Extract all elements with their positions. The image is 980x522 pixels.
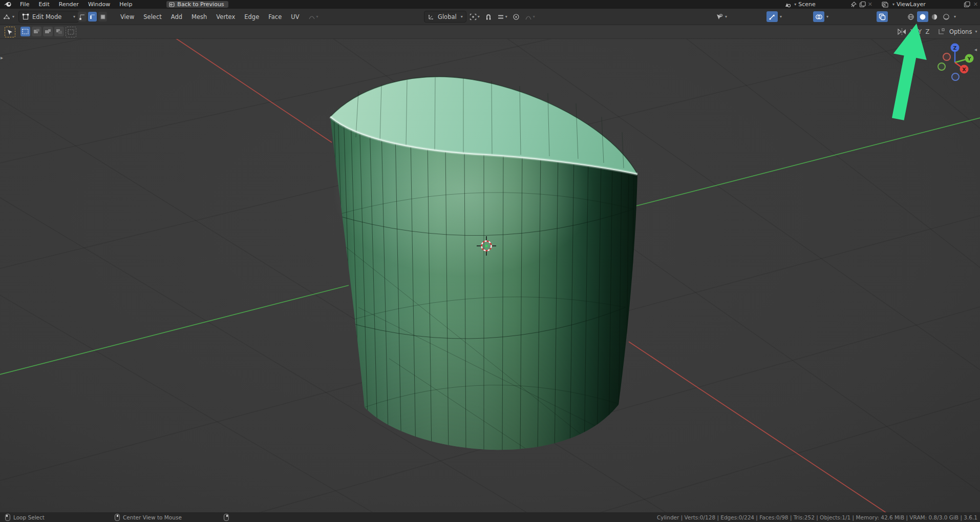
view-layer-selector[interactable]: ▾ ViewLayer	[880, 0, 928, 9]
magnet-icon	[485, 13, 492, 20]
menu-edge[interactable]: Edge	[240, 9, 264, 25]
scene-icon	[784, 2, 791, 8]
sidebar-expand-chevron[interactable]: ◂	[974, 47, 977, 52]
proportional-edit-objects-dropdown[interactable]: ▾	[306, 11, 321, 22]
right-mouse-icon	[224, 514, 229, 521]
viewport-3d[interactable]: Z Y X	[0, 0, 980, 522]
left-mouse-icon	[5, 514, 10, 521]
select-mode-extend-button[interactable]	[32, 27, 41, 36]
gizmo-y-label: Y	[967, 56, 971, 61]
overlays-icon	[815, 13, 822, 20]
menu-vertex[interactable]: Vertex	[211, 9, 240, 25]
chevron-down-icon: ▾	[478, 14, 480, 19]
select-mode-invert-button[interactable]	[54, 27, 64, 36]
menu-view[interactable]: View	[116, 9, 139, 25]
back-arrow-icon	[169, 2, 175, 7]
menu-render[interactable]: Render	[54, 0, 83, 9]
cursor-icon	[7, 29, 13, 35]
menu-add[interactable]: Add	[166, 9, 187, 25]
mirror-x-toggle[interactable]: X	[908, 28, 916, 35]
gizmo-dropdown chevron-down-icon[interactable]: ▾	[780, 14, 782, 19]
scene-statistics: Cylinder | Verts:0/128 | Edges:0/224 | F…	[657, 512, 977, 522]
proportional-editing-toggle[interactable]	[510, 11, 522, 22]
editor-type-selector[interactable]: ▾	[3, 13, 14, 20]
object-visibility-dropdown[interactable]: ▾	[716, 9, 727, 25]
pivot-point-dropdown[interactable]: ▾	[467, 11, 482, 22]
options-chevron chevron-down-icon[interactable]: ▾	[975, 29, 977, 34]
select-box-tool-button[interactable]	[20, 27, 30, 36]
gizmo-x-label: X	[962, 67, 966, 72]
gizmo-neg-x-axis[interactable]	[943, 53, 950, 60]
back-to-previous-button[interactable]: Back to Previous	[166, 1, 228, 8]
editor-3d-viewport-icon	[3, 13, 10, 20]
gizmo-neg-z-axis[interactable]	[952, 73, 959, 80]
shading-rendered-button[interactable]	[941, 11, 952, 22]
shading-dropdown chevron-down-icon[interactable]: ▾	[954, 14, 956, 19]
blender-logo-icon[interactable]	[4, 1, 12, 8]
select-mode-subtract-button[interactable]	[43, 27, 53, 36]
chevron-down-icon: ▾	[505, 14, 507, 19]
solid-shading-icon	[919, 13, 926, 20]
snap-toggle-button[interactable]	[483, 11, 494, 22]
menu-face[interactable]: Face	[264, 9, 286, 25]
view-layer-name: ViewLayer	[897, 1, 926, 8]
select-subtract-icon	[45, 29, 51, 34]
shading-wireframe-button[interactable]	[905, 11, 917, 22]
transform-orientation-label: Global	[438, 13, 457, 20]
show-overlays-toggle[interactable]	[813, 11, 824, 22]
select-intersect-icon	[68, 29, 74, 35]
overlays-dropdown chevron-down-icon[interactable]: ▾	[826, 14, 828, 19]
selectability-visibility-icon	[716, 13, 723, 20]
menu-edit[interactable]: Edit	[34, 0, 54, 9]
mirror-icon[interactable]	[898, 28, 906, 35]
proportional-circle-icon	[513, 13, 520, 20]
new-view-layer-icon[interactable]	[964, 1, 970, 8]
edge-select-mode-button[interactable]	[88, 12, 97, 22]
transform-orientation-dropdown[interactable]: Global ▾	[424, 11, 466, 23]
mode-selector-dropdown[interactable]: Edit Mode ▾	[18, 11, 79, 23]
unlink-scene-icon close-icon[interactable]: ✕	[868, 1, 872, 8]
active-tool-tweak-button[interactable]	[5, 27, 15, 37]
menu-uv[interactable]: UV	[286, 9, 304, 25]
shading-solid-button[interactable]	[917, 11, 928, 22]
falloff-curve-icon	[525, 13, 532, 20]
face-select-mode-button[interactable]	[98, 12, 107, 22]
toolbar-expand-chevron[interactable]: ▸	[1, 55, 3, 60]
show-gizmo-toggle[interactable]	[766, 11, 778, 22]
menu-mesh[interactable]: Mesh	[187, 9, 211, 25]
snap-angle-icon[interactable]	[938, 28, 945, 35]
menu-select[interactable]: Select	[139, 9, 166, 25]
edit-mode-icon	[22, 13, 29, 20]
new-scene-icon[interactable]	[859, 1, 866, 8]
menu-file[interactable]: File	[15, 0, 34, 9]
face-select-icon	[99, 13, 106, 20]
hint-label: Loop Select	[13, 514, 45, 520]
proportional-falloff-dropdown[interactable]: ▾	[523, 11, 537, 22]
toggle-xray-button[interactable]	[877, 11, 888, 22]
chevron-down-icon: ▾	[533, 14, 535, 19]
snap-settings-dropdown[interactable]: ▾	[495, 11, 509, 22]
menu-window[interactable]: Window	[83, 0, 115, 9]
scene-selector[interactable]: ▾ Scene	[782, 0, 818, 9]
rendered-shading-icon	[943, 13, 950, 20]
gizmo-neg-y-axis[interactable]	[938, 63, 945, 70]
gizmo-z-label: Z	[953, 45, 957, 51]
scene-name: Scene	[798, 1, 816, 8]
cylinder-object[interactable]	[330, 77, 637, 456]
statusbar: Loop Select Center View to Mouse Cylinde…	[0, 512, 980, 522]
mirror-z-toggle[interactable]: Z	[924, 28, 931, 35]
options-dropdown[interactable]: Options	[949, 28, 972, 35]
blender-window: Z Y X ▸ ◂ File Edit Render Window Help B…	[0, 0, 980, 522]
wireframe-shading-icon	[907, 13, 914, 20]
shading-material-preview-button[interactable]	[929, 11, 940, 22]
menu-help[interactable]: Help	[115, 0, 137, 9]
remove-view-layer-icon close-icon[interactable]: ✕	[973, 1, 978, 8]
vertex-select-mode-button[interactable]	[78, 12, 87, 22]
pin-icon[interactable]	[850, 2, 857, 8]
gizmo-icon	[769, 13, 776, 20]
hint-label: Center View to Mouse	[123, 514, 182, 520]
mirror-y-toggle[interactable]: Y	[916, 28, 924, 35]
statusbar-hint-left-mouse: Loop Select	[5, 512, 45, 522]
orientation-global-icon	[428, 13, 435, 20]
select-mode-intersect-button[interactable]	[66, 27, 76, 37]
